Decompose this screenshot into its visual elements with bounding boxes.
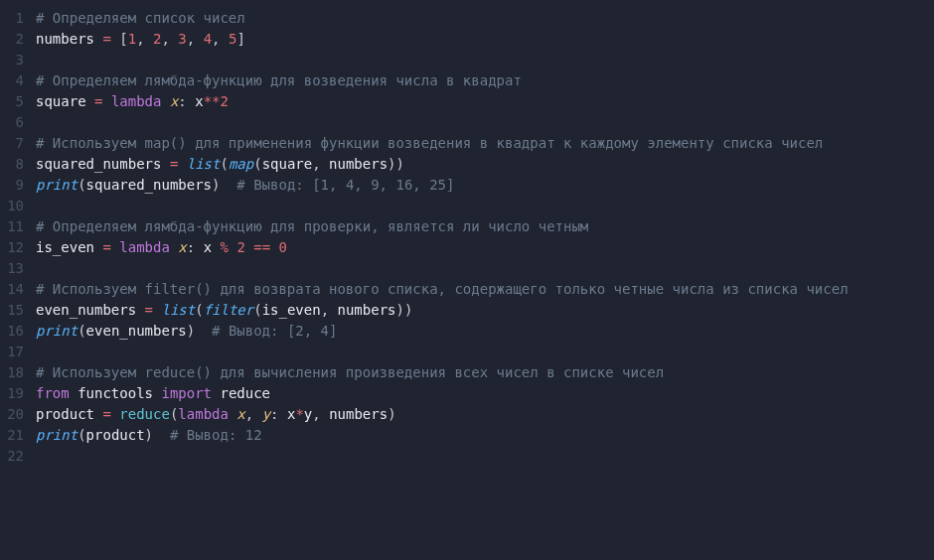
code-line: 7# Используем map() для применения функц… xyxy=(0,133,934,154)
line-number: 1 xyxy=(0,8,36,29)
token: )) xyxy=(396,302,413,318)
token: , xyxy=(321,302,338,318)
code-line: 4# Определяем лямбда-функцию для возведе… xyxy=(0,70,934,91)
token: reduce xyxy=(220,385,270,401)
token: = xyxy=(102,31,110,47)
token: numbers xyxy=(36,31,94,47)
line-content[interactable]: # Используем filter() для возврата новог… xyxy=(36,279,934,300)
token: ** xyxy=(204,93,221,109)
line-number: 21 xyxy=(0,425,36,446)
line-number: 22 xyxy=(0,446,36,467)
line-content[interactable]: is_even = lambda x: x % 2 == 0 xyxy=(36,237,934,258)
token: ( xyxy=(220,156,228,172)
token: y xyxy=(262,406,270,422)
token: ) xyxy=(187,323,212,339)
token: lambda xyxy=(111,93,162,109)
token: 0 xyxy=(279,239,287,255)
token: % xyxy=(221,239,229,255)
line-number: 8 xyxy=(0,154,36,175)
line-number: 6 xyxy=(0,112,36,133)
token: , xyxy=(187,31,204,47)
token xyxy=(86,93,94,109)
code-line: 17 xyxy=(0,342,934,362)
token: lambda xyxy=(119,239,170,255)
token: list xyxy=(187,156,221,172)
token: : xyxy=(187,239,204,255)
token: numbers xyxy=(329,156,388,172)
token: = xyxy=(102,406,110,422)
token: # Определяем список чисел xyxy=(36,10,245,26)
token: squared_numbers xyxy=(86,177,212,193)
token: filter xyxy=(204,302,254,318)
token xyxy=(70,385,78,401)
token: # Используем filter() для возврата новог… xyxy=(36,281,849,297)
line-content[interactable]: # Используем reduce() для вычисления про… xyxy=(36,362,934,383)
code-line: 11# Определяем лямбда-функцию для провер… xyxy=(0,216,934,237)
token: # Определяем лямбда-функцию для проверки… xyxy=(36,218,588,234)
token: # Определяем лямбда-функцию для возведен… xyxy=(36,72,522,88)
line-content[interactable]: product = reduce(lambda x, y: x*y, numbe… xyxy=(36,404,934,425)
token: , xyxy=(245,406,262,422)
line-content[interactable]: even_numbers = list(filter(is_even, numb… xyxy=(36,300,934,321)
line-number: 5 xyxy=(0,91,36,112)
token: reduce xyxy=(119,406,170,422)
line-number: 7 xyxy=(0,133,36,154)
token: ) xyxy=(388,406,395,422)
token: : xyxy=(270,406,287,422)
line-content[interactable]: print(even_numbers) # Вывод: [2, 4] xyxy=(36,321,934,342)
token: 3 xyxy=(178,31,186,47)
token xyxy=(178,156,186,172)
code-line: 14# Используем filter() для возврата нов… xyxy=(0,279,934,300)
token xyxy=(161,93,169,109)
token: # Используем reduce() для вычисления про… xyxy=(36,364,664,380)
token: numbers xyxy=(329,406,388,422)
line-number: 15 xyxy=(0,300,36,321)
line-content[interactable]: squared_numbers = list(map(square, numbe… xyxy=(36,154,934,175)
line-content[interactable]: print(squared_numbers) # Вывод: [1, 4, 9… xyxy=(36,175,934,196)
token: == xyxy=(253,239,270,255)
token: is_even xyxy=(262,302,321,318)
token: x xyxy=(178,239,186,255)
line-number: 14 xyxy=(0,279,36,300)
token: even_numbers xyxy=(36,302,136,318)
code-line: 2numbers = [1, 2, 3, 4, 5] xyxy=(0,29,934,50)
code-line: 10 xyxy=(0,196,934,216)
line-content[interactable]: # Определяем лямбда-функцию для возведен… xyxy=(36,70,934,91)
line-number: 9 xyxy=(0,175,36,196)
token: # Вывод: 12 xyxy=(170,427,262,443)
token: product xyxy=(36,406,94,422)
code-line: 12is_even = lambda x: x % 2 == 0 xyxy=(0,237,934,258)
line-number: 19 xyxy=(0,383,36,404)
token xyxy=(212,239,220,255)
code-line: 5square = lambda x: x**2 xyxy=(0,91,934,112)
line-content[interactable]: # Используем map() для применения функци… xyxy=(36,133,934,154)
code-line: 16print(even_numbers) # Вывод: [2, 4] xyxy=(0,321,934,342)
line-content[interactable]: from functools import reduce xyxy=(36,383,934,404)
token: list xyxy=(161,302,195,318)
code-line: 15even_numbers = list(filter(is_even, nu… xyxy=(0,300,934,321)
token: x xyxy=(195,93,203,109)
line-number: 3 xyxy=(0,50,36,70)
token: , xyxy=(312,156,329,172)
line-number: 4 xyxy=(0,70,36,91)
token: , xyxy=(161,31,178,47)
code-line: 21print(product) # Вывод: 12 xyxy=(0,425,934,446)
token: # Используем map() для применения функци… xyxy=(36,135,823,151)
line-number: 13 xyxy=(0,258,36,279)
token xyxy=(102,93,110,109)
token: ( xyxy=(78,427,85,443)
token: print xyxy=(36,177,78,193)
line-number: 11 xyxy=(0,216,36,237)
token: lambda xyxy=(178,406,229,422)
token: x xyxy=(204,239,212,255)
line-content[interactable]: numbers = [1, 2, 3, 4, 5] xyxy=(36,29,934,50)
token: ( xyxy=(253,156,261,172)
line-content[interactable]: square = lambda x: x**2 xyxy=(36,91,934,112)
token: even_numbers xyxy=(86,323,187,339)
token: 4 xyxy=(204,31,212,47)
token: ( xyxy=(78,323,85,339)
line-content[interactable]: print(product) # Вывод: 12 xyxy=(36,425,934,446)
line-content[interactable]: # Определяем список чисел xyxy=(36,8,934,29)
token: , xyxy=(212,31,229,47)
line-content[interactable]: # Определяем лямбда-функцию для проверки… xyxy=(36,216,934,237)
